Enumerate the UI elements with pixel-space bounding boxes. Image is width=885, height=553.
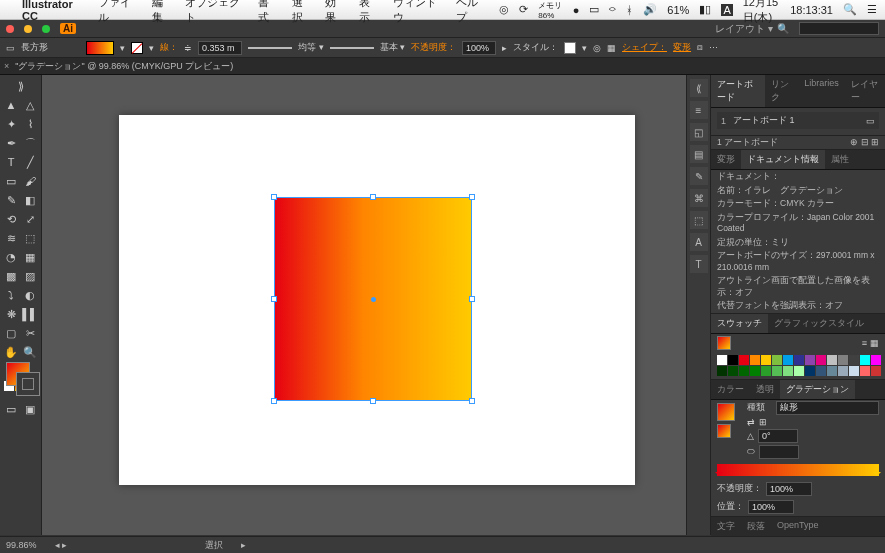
- center-point[interactable]: [371, 297, 376, 302]
- swatch[interactable]: [772, 355, 782, 365]
- shape-link[interactable]: シェイプ：: [622, 41, 667, 54]
- tab-character[interactable]: 文字: [711, 517, 741, 536]
- handle-s[interactable]: [370, 398, 376, 404]
- swatch[interactable]: [794, 366, 804, 376]
- symbol-spray-icon[interactable]: ❋: [2, 305, 20, 323]
- battery-pct[interactable]: 61%: [667, 4, 689, 16]
- stroke-step-icon[interactable]: ≑: [184, 43, 192, 53]
- swatch[interactable]: [860, 355, 870, 365]
- swatch[interactable]: [871, 355, 881, 365]
- opacity-field[interactable]: 100%: [462, 41, 496, 55]
- menu-file[interactable]: ファイル: [98, 0, 137, 25]
- rect-tool-icon[interactable]: ▭: [2, 172, 20, 190]
- swatch[interactable]: [728, 355, 738, 365]
- win-close-icon[interactable]: [6, 25, 14, 33]
- current-swatch[interactable]: [717, 336, 731, 350]
- swatch[interactable]: [728, 366, 738, 376]
- aspect-field[interactable]: [759, 445, 799, 459]
- tab-layers[interactable]: レイヤー: [845, 75, 885, 107]
- menu-window[interactable]: ウィンドウ: [393, 0, 442, 25]
- selection-tool-icon[interactable]: ▲: [2, 96, 20, 114]
- app-name[interactable]: Illustrator CC: [22, 0, 84, 22]
- swatch[interactable]: [794, 355, 804, 365]
- tab-gradient[interactable]: グラデーション: [780, 380, 855, 399]
- layout-dropdown[interactable]: レイアウト ▾: [715, 22, 773, 36]
- swatch[interactable]: [816, 355, 826, 365]
- stroke-profile-preview[interactable]: [248, 47, 292, 49]
- rotate-tool-icon[interactable]: ⟲: [2, 210, 20, 228]
- gradient-preview[interactable]: [717, 403, 735, 421]
- mesh-tool-icon[interactable]: ▩: [2, 267, 20, 285]
- stroke-dropdown-icon[interactable]: ▾: [149, 43, 154, 53]
- free-tool-icon[interactable]: ⬚: [21, 229, 39, 247]
- grad-opacity-field[interactable]: 100%: [766, 482, 812, 496]
- handle-nw[interactable]: [271, 194, 277, 200]
- gradient-tool-icon[interactable]: ▨: [21, 267, 39, 285]
- width-tool-icon[interactable]: ≋: [2, 229, 20, 247]
- swatch[interactable]: [717, 355, 727, 365]
- lasso-tool-icon[interactable]: ⌇: [21, 115, 39, 133]
- tab-swatches[interactable]: スウォッチ: [711, 314, 768, 333]
- artboard-row[interactable]: 1 アートボード 1 ▭: [717, 112, 879, 129]
- line-icon[interactable]: ●: [573, 4, 580, 16]
- tab-artboard[interactable]: アートボード: [711, 75, 765, 107]
- swatch[interactable]: [816, 366, 826, 376]
- swatch[interactable]: [761, 366, 771, 376]
- swatch[interactable]: [783, 355, 793, 365]
- swatch[interactable]: [783, 366, 793, 376]
- wand-tool-icon[interactable]: ✦: [2, 115, 20, 133]
- angle-field[interactable]: 0°: [758, 429, 798, 443]
- pen-tool-icon[interactable]: ✒: [2, 134, 20, 152]
- swatch[interactable]: [739, 355, 749, 365]
- menu-effect[interactable]: 効果: [325, 0, 345, 25]
- swatch[interactable]: [750, 355, 760, 365]
- tab-libraries[interactable]: Libraries: [798, 75, 845, 107]
- status-dropdown-icon[interactable]: ▸: [241, 540, 246, 550]
- stroke-width-field[interactable]: 0.353 m: [198, 41, 242, 55]
- swatch[interactable]: [761, 355, 771, 365]
- artboard-edit-icon[interactable]: ▭: [866, 116, 875, 126]
- canvas[interactable]: [42, 75, 686, 535]
- tab-attributes[interactable]: 属性: [825, 150, 855, 169]
- close-tab-icon[interactable]: ×: [4, 61, 9, 71]
- sw-opts-icon[interactable]: ▦: [870, 338, 879, 348]
- fill-swatch[interactable]: [86, 41, 114, 55]
- tool-tab-icon[interactable]: ⟫: [2, 77, 39, 95]
- volume-icon[interactable]: 🔊: [643, 3, 657, 16]
- tab-transparency[interactable]: 透明: [750, 380, 780, 399]
- grad-type-dropdown[interactable]: 線形: [776, 401, 879, 415]
- gradient-slider[interactable]: [717, 464, 879, 476]
- zoom-field[interactable]: 99.86%: [6, 540, 37, 550]
- line-tool-icon[interactable]: ╱: [21, 153, 39, 171]
- menu-select[interactable]: 選択: [292, 0, 312, 25]
- swatch[interactable]: [838, 366, 848, 376]
- style-dropdown-icon[interactable]: ▾: [582, 43, 587, 53]
- bluetooth-icon[interactable]: ᚼ: [626, 4, 633, 16]
- rail-icon-7[interactable]: A: [690, 233, 708, 251]
- swatch[interactable]: [750, 366, 760, 376]
- doc-tab-title[interactable]: "グラデーション" @ 99.86% (CMYK/GPU プレビュー): [15, 60, 233, 73]
- slice-tool-icon[interactable]: ✂: [21, 324, 39, 342]
- menu-edit[interactable]: 編集: [152, 0, 172, 25]
- swatch[interactable]: [717, 366, 727, 376]
- win-max-icon[interactable]: [42, 25, 50, 33]
- handle-n[interactable]: [370, 194, 376, 200]
- swatch[interactable]: [849, 366, 859, 376]
- tab-links[interactable]: リンク: [765, 75, 798, 107]
- align-icon[interactable]: ▦: [607, 43, 616, 53]
- blend-tool-icon[interactable]: ◐: [21, 286, 39, 304]
- brush-preview[interactable]: [330, 47, 374, 49]
- tab-opentype[interactable]: OpenType: [771, 517, 825, 536]
- swatch[interactable]: [805, 355, 815, 365]
- artboard-opts-icon[interactable]: ⊕ ⊟ ⊞: [850, 137, 879, 148]
- handle-se[interactable]: [469, 398, 475, 404]
- handle-ne[interactable]: [469, 194, 475, 200]
- style-swatch[interactable]: [564, 42, 576, 54]
- flip-icon[interactable]: ⊞: [759, 417, 767, 427]
- artboard-tool-icon[interactable]: ▢: [2, 324, 20, 342]
- direct-select-tool-icon[interactable]: △: [21, 96, 39, 114]
- swatch[interactable]: [805, 366, 815, 376]
- eraser-tool-icon[interactable]: ◧: [21, 191, 39, 209]
- swatch[interactable]: [871, 366, 881, 376]
- wifi-icon[interactable]: ⌔: [609, 4, 616, 16]
